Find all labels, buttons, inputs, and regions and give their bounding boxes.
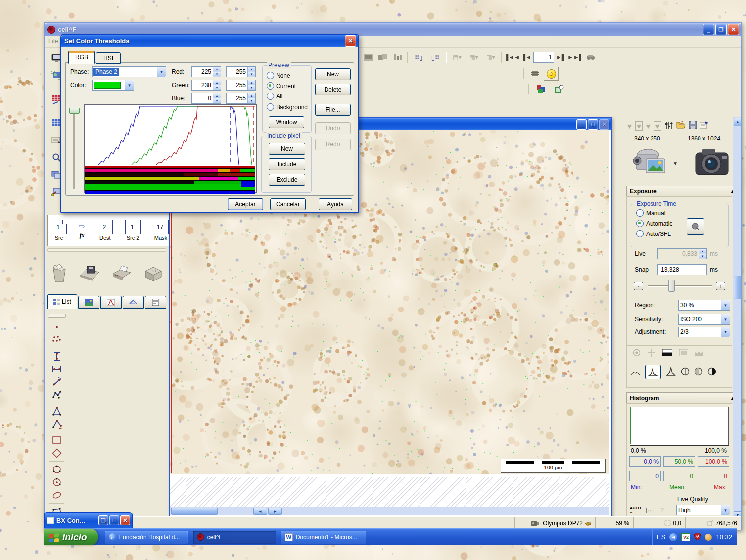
radio-automatic[interactable]: Automatic — [636, 220, 672, 227]
task-word[interactable]: W Documento1 - Micros... — [281, 531, 366, 544]
task-hospital[interactable]: e Fundación Hospital d... — [105, 531, 188, 544]
prev-frame-icon[interactable]: ▐◄ — [520, 51, 532, 64]
adjustment-combo[interactable]: 2/3▼ — [678, 327, 730, 337]
toolbar-grip[interactable] — [48, 314, 66, 318]
radio-auto-sfl[interactable]: Auto/SFL — [636, 230, 671, 237]
max-count-field[interactable]: 0 — [698, 471, 729, 481]
image-minimize-icon[interactable]: _ — [576, 119, 587, 130]
red-high-field[interactable]: 255▲▼ — [226, 66, 256, 77]
mean-pct-field[interactable]: 50,0 % — [663, 456, 695, 467]
window-button[interactable]: Window — [269, 116, 304, 128]
green-high-field[interactable]: 255▲▼ — [226, 80, 256, 91]
save-drive-icon[interactable] — [79, 264, 100, 283]
gamma-mid-icon[interactable] — [694, 367, 703, 377]
binoculars-icon[interactable] — [584, 51, 598, 64]
bx-maximize-icon[interactable]: □ — [109, 515, 119, 525]
chip-icon[interactable] — [528, 67, 542, 80]
live-quality-combo[interactable]: High▼ — [676, 505, 730, 515]
histogram-header[interactable]: Histogram▲ — [626, 392, 738, 404]
include-button[interactable]: Include — [269, 158, 305, 170]
radio-current[interactable]: Current — [267, 82, 296, 90]
process-out-icon[interactable]: ▯⠿ — [427, 51, 443, 64]
last-frame-icon[interactable]: ►►▌ — [568, 51, 583, 64]
circle-tool-icon[interactable] — [47, 463, 67, 476]
ellipse-tool-icon[interactable] — [47, 489, 67, 502]
auto-exposure-options-button[interactable] — [687, 218, 704, 235]
slot-mask[interactable]: 17 Mask — [153, 220, 169, 241]
tab-curve[interactable] — [100, 296, 122, 309]
tray-shield-icon[interactable] — [694, 533, 701, 542]
threshold-vslider-thumb[interactable] — [69, 108, 80, 114]
slot-src2[interactable]: 1 Src 2 — [125, 220, 141, 241]
exclude-button[interactable]: Exclude — [269, 174, 305, 186]
multipoint-tool-icon[interactable] — [47, 333, 67, 346]
menu-file[interactable]: File — [48, 38, 58, 45]
printer-icon[interactable] — [111, 264, 133, 284]
radio-all[interactable]: All — [267, 93, 282, 100]
live-view-camcorder-icon[interactable] — [631, 146, 671, 179]
cancel-button[interactable]: Cancelar — [270, 198, 306, 210]
live-dropdown-icon[interactable]: ▼ — [673, 161, 678, 166]
close-icon[interactable]: ✕ — [728, 24, 739, 35]
vscroll-up-icon[interactable]: ▲ — [734, 118, 742, 126]
tray-antivirus-icon[interactable]: V2 — [681, 533, 690, 541]
tray-volume-icon[interactable] — [705, 534, 712, 541]
angle-tool-icon[interactable] — [47, 405, 67, 418]
mean-count-field[interactable]: 0 — [663, 471, 695, 481]
bx-close-icon[interactable]: ✕ — [120, 515, 130, 525]
contrast-normal-icon[interactable] — [645, 365, 661, 379]
include-new-button[interactable]: New — [269, 143, 305, 155]
image-maximize-icon[interactable]: □ — [588, 119, 598, 130]
diamond-tool-icon[interactable] — [47, 447, 67, 460]
sensitivity-combo[interactable]: ISO 200▼ — [678, 314, 730, 325]
black-white-icon[interactable] — [662, 349, 672, 358]
threshold-histogram[interactable] — [84, 104, 257, 193]
min-count-field[interactable]: 0 — [629, 471, 661, 481]
frame-number-field[interactable]: 1 — [533, 52, 554, 63]
snap-exposure-field[interactable]: 13,328 — [657, 264, 707, 275]
file-button[interactable]: File... — [315, 104, 351, 116]
dialog-titlebar[interactable]: Set Color Thresholds ✕ — [61, 35, 358, 47]
slot-dest[interactable]: 2 Dest — [97, 220, 113, 241]
task-cellf[interactable]: cell^F — [193, 531, 276, 544]
hscroll-left-icon[interactable]: ◄ — [253, 508, 267, 515]
minimize-icon[interactable]: _ — [703, 24, 714, 35]
tab-hsi[interactable]: HSI — [96, 52, 121, 64]
start-button[interactable]: Inicio — [44, 529, 98, 545]
exposure-header[interactable]: Exposure▲ — [626, 186, 738, 197]
database-icon[interactable]: DB — [143, 264, 163, 283]
new-phase-button[interactable]: New — [315, 68, 351, 80]
vertical-distance-tool-icon[interactable] — [47, 350, 67, 363]
bx-restore-icon[interactable]: ❐ — [98, 515, 108, 525]
gamma-low-icon[interactable] — [681, 367, 690, 377]
export-settings-icon[interactable] — [700, 121, 708, 130]
vscroll-thumb[interactable] — [734, 276, 742, 299]
tab-report[interactable] — [145, 296, 166, 309]
tray-language[interactable]: ES — [657, 533, 665, 541]
next-frame-icon[interactable]: ►▌ — [555, 51, 567, 64]
point-tool-icon[interactable] — [47, 321, 67, 333]
ok-button[interactable]: Aceptar — [228, 198, 263, 210]
min-pct-field[interactable]: 0,0 % — [629, 456, 661, 467]
tab-gallery[interactable] — [78, 296, 99, 309]
phase-combo[interactable]: Phase 2▼ — [92, 66, 166, 77]
gamma-high-icon[interactable] — [707, 367, 716, 377]
arbitrary-distance-tool-icon[interactable] — [47, 375, 67, 388]
exposure-slider-thumb[interactable] — [668, 280, 675, 292]
restore-icon[interactable]: ❐ — [715, 24, 727, 35]
histogram-tool-icon[interactable] — [391, 51, 405, 64]
hscroll-thumb[interactable] — [171, 508, 218, 515]
tab-measure[interactable] — [123, 296, 144, 309]
dialog-close-icon[interactable]: ✕ — [345, 35, 356, 47]
red-low-field[interactable]: 225▲▼ — [191, 66, 221, 77]
polyline-tool-icon[interactable] — [47, 388, 67, 401]
exposure-slider-track[interactable] — [648, 285, 712, 286]
tab-list[interactable]: List — [47, 294, 77, 309]
threshold-vslider-track[interactable] — [73, 109, 75, 189]
blue-low-field[interactable]: 0▲▼ — [191, 93, 221, 104]
region-combo[interactable]: 30 %▼ — [678, 300, 730, 311]
delete-button[interactable]: Delete — [315, 84, 351, 95]
hscroll-right-icon[interactable]: ► — [268, 508, 282, 515]
phase-export-icon[interactable] — [552, 82, 566, 96]
bx-minimized-window[interactable]: BX Con... ❐ □ ✕ — [44, 512, 133, 529]
